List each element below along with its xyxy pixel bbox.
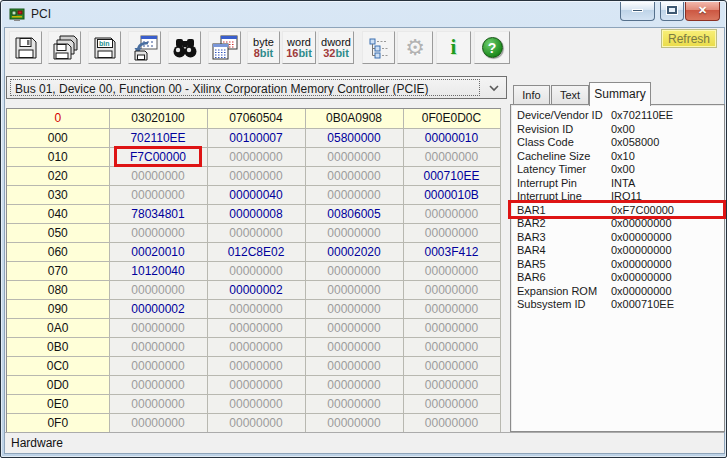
summary-row[interactable]: Revision ID 0x00 [511,123,724,137]
hex-cell[interactable]: 00000002 [109,299,207,318]
hex-cell[interactable]: 00000000 [403,147,500,166]
hex-cell[interactable]: 00000000 [207,261,305,280]
summary-row[interactable]: Expansion ROM 0x00000000 [511,285,724,299]
hex-cell[interactable]: 00000000 [305,147,403,166]
hex-cell[interactable]: 00000000 [109,356,207,375]
word-16bit-button[interactable]: word 16bit [282,31,316,64]
hex-cell[interactable]: 00000000 [207,375,305,394]
summary-row[interactable]: Device/Vendor ID 0x702110EE [511,109,724,123]
minimize-button[interactable] [620,2,655,21]
hex-cell[interactable]: 00000000 [403,337,500,356]
hex-cell[interactable]: 00806005 [305,204,403,223]
hex-cell[interactable]: 000710EE [403,166,500,185]
summary-row[interactable]: BAR2 0x00000000 [511,217,724,231]
refresh-button[interactable]: Refresh [661,29,717,48]
dword-32bit-button[interactable]: dword 32bit [318,31,354,64]
hex-cell[interactable]: 00000000 [403,375,500,394]
hex-cell[interactable]: 00000000 [207,413,305,432]
byte-8bit-button[interactable]: byte 8bit [247,31,280,64]
hex-cell[interactable]: 0003F412 [403,242,500,261]
hex-cell[interactable]: 00100007 [207,128,305,147]
hex-cell[interactable]: 00000000 [305,337,403,356]
hex-cell[interactable]: 00000000 [109,318,207,337]
hex-cell[interactable]: 00000000 [305,413,403,432]
hex-cell[interactable]: 00000008 [207,204,305,223]
help-button[interactable]: ? [474,31,510,64]
hex-cell[interactable]: 00000000 [305,318,403,337]
hex-cell[interactable]: F7C00000 [109,147,207,166]
hex-cell[interactable]: 00000000 [207,147,305,166]
summary-row[interactable]: Cacheline Size 0x10 [511,150,724,164]
hex-cell[interactable]: 00000000 [207,394,305,413]
hex-cell[interactable]: 00000010 [403,128,500,147]
hex-cell[interactable]: 00000000 [305,166,403,185]
title-bar[interactable]: PCI ✕ [1,1,726,27]
hex-cell[interactable]: 00000000 [403,223,500,242]
save-button[interactable] [9,31,42,64]
hex-cell[interactable]: 00000000 [305,261,403,280]
hex-cell[interactable]: 00000000 [109,280,207,299]
summary-row[interactable]: BAR4 0x00000000 [511,244,724,258]
hex-cell[interactable]: 00000000 [109,166,207,185]
find-button[interactable] [168,31,201,64]
hex-cell[interactable]: 05800000 [305,128,403,147]
hex-cell[interactable]: 00000000 [403,318,500,337]
hex-cell[interactable]: 00000000 [207,337,305,356]
summary-row[interactable]: BAR6 0x00000000 [511,271,724,285]
hex-cell[interactable]: 012C8E02 [207,242,305,261]
hex-cell[interactable]: 10120040 [109,261,207,280]
export-button[interactable] [128,31,161,64]
summary-row[interactable]: BAR3 0x00000000 [511,231,724,245]
hex-cell[interactable]: 702110EE [109,128,207,147]
hex-cell[interactable]: 00000000 [207,356,305,375]
device-tree-button[interactable] [362,31,395,64]
hex-cell[interactable]: 0000010B [403,185,500,204]
hex-cell[interactable]: 00000000 [109,185,207,204]
hex-cell[interactable]: 00020010 [109,242,207,261]
tab-text[interactable]: Text [551,85,589,105]
hex-cell[interactable]: 00000040 [207,185,305,204]
hex-cell[interactable]: 00000000 [403,204,500,223]
hex-cell[interactable]: 00002020 [305,242,403,261]
hex-cell[interactable]: 78034801 [109,204,207,223]
hex-cell[interactable]: 00000000 [207,318,305,337]
hex-cell[interactable]: 00000000 [305,223,403,242]
summary-row[interactable]: Subsystem ID 0x000710EE [511,298,724,312]
device-selector[interactable]: Bus 01, Device 00, Function 00 - Xilinx … [6,76,507,99]
hex-cell[interactable]: 00000000 [109,223,207,242]
hex-cell[interactable]: 00000000 [109,375,207,394]
hex-cell[interactable]: 00000000 [207,299,305,318]
hex-cell[interactable]: 00000000 [403,261,500,280]
summary-row[interactable]: Class Code 0x058000 [511,136,724,150]
hex-cell[interactable]: 00000000 [109,337,207,356]
info-button[interactable]: i [436,31,471,64]
save-all-button[interactable] [48,31,81,64]
hex-cell[interactable]: 00000002 [207,280,305,299]
hex-cell[interactable]: 00000000 [305,185,403,204]
maximize-button[interactable] [660,2,684,21]
hex-cell[interactable]: 00000000 [109,394,207,413]
tab-summary[interactable]: Summary [589,82,651,106]
tab-info[interactable]: Info [513,85,550,105]
summary-row[interactable]: Latency Timer 0x00 [511,163,724,177]
hex-cell[interactable]: 00000000 [207,223,305,242]
hex-cell[interactable]: 00000000 [403,413,500,432]
summary-row[interactable]: Interrupt Pin INTA [511,177,724,191]
hex-cell[interactable]: 00000000 [403,394,500,413]
hex-cell[interactable]: 00000000 [403,280,500,299]
hex-cell[interactable]: 00000000 [305,356,403,375]
settings-button[interactable]: ⚙ [397,31,433,64]
close-button[interactable]: ✕ [685,2,720,21]
hex-cell[interactable]: 00000000 [305,394,403,413]
hex-cell[interactable]: 00000000 [109,413,207,432]
hex-cell[interactable]: 00000000 [305,375,403,394]
hex-cell[interactable]: 00000000 [305,280,403,299]
hex-cell[interactable]: 00000000 [403,356,500,375]
hex-cell[interactable]: 00000000 [207,166,305,185]
summary-row[interactable]: Interrupt Line IRQ11 [511,190,724,204]
save-binary-button[interactable]: bin [88,31,121,64]
hex-cell[interactable]: 00000000 [403,299,500,318]
summary-row[interactable]: BAR1 0xF7C00000 [511,204,724,218]
compare-button[interactable] [208,31,241,64]
hex-cell[interactable]: 00000000 [305,299,403,318]
